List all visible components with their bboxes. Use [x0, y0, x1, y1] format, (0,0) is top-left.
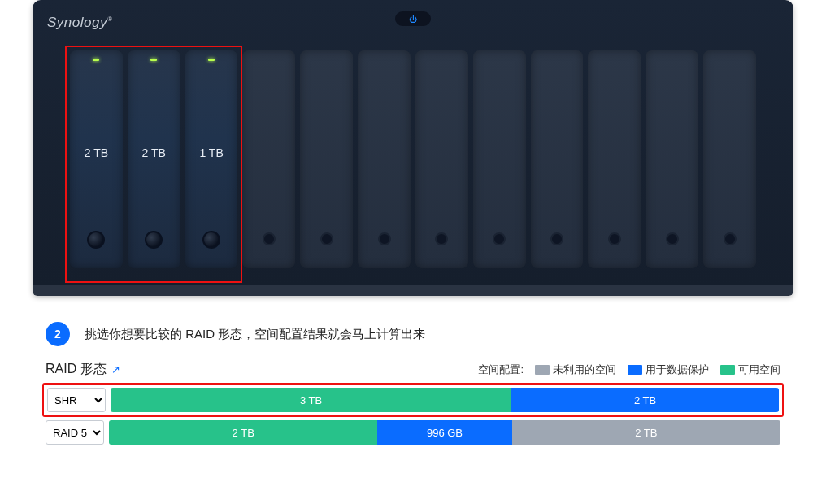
legend-text-unused: 未利用的空间 — [553, 363, 616, 377]
power-icon: ⏻ — [409, 15, 417, 24]
legend-text-protect: 用于数据保护 — [646, 363, 709, 377]
drive-bay-9[interactable] — [531, 50, 584, 268]
drive-bay-7[interactable] — [415, 50, 468, 268]
raid-type-select[interactable]: SHR — [47, 388, 106, 412]
drive-bay-3[interactable]: 1 TB — [185, 50, 238, 268]
capacity-bar: 3 TB2 TB — [111, 388, 779, 412]
drive-capacity-label: 2 TB — [142, 146, 166, 159]
drive-lock-knob-icon — [87, 231, 105, 249]
drive-capacity-label: 1 TB — [199, 146, 223, 159]
drive-bay-5[interactable] — [300, 50, 353, 268]
step-description: 挑选你想要比较的 RAID 形态，空间配置结果就会马上计算出来 — [85, 327, 425, 342]
segment-unused: 2 TB — [512, 420, 780, 445]
drive-bay-12[interactable] — [703, 50, 756, 268]
drive-bay-1[interactable]: 2 TB — [70, 50, 123, 268]
drive-bay-8[interactable] — [473, 50, 526, 268]
legend-swatch-avail — [720, 365, 735, 375]
drive-led-icon — [150, 59, 157, 61]
raid-rows: SHR3 TB2 TBRAID 52 TB996 GB2 TB — [46, 386, 780, 445]
drive-bay-11[interactable] — [646, 50, 698, 268]
drive-bays: 2 TB2 TB1 TB — [70, 50, 756, 268]
legend-text-avail: 可用空间 — [738, 363, 780, 377]
empty-bay-knob-icon — [724, 232, 737, 245]
empty-bay-knob-icon — [435, 232, 448, 245]
drive-bay-2[interactable]: 2 TB — [128, 50, 180, 268]
drive-lock-knob-icon — [145, 231, 163, 249]
drive-led-icon — [93, 59, 99, 61]
raid-type-select[interactable]: RAID 5 — [46, 420, 104, 445]
empty-bay-knob-icon — [550, 232, 563, 245]
segment-protect: 2 TB — [511, 388, 779, 412]
drive-lock-knob-icon — [202, 231, 220, 249]
empty-bay-knob-icon — [666, 232, 679, 245]
drive-bay-6[interactable] — [358, 50, 411, 268]
raid-row-raid5: RAID 52 TB996 GB2 TB — [46, 420, 780, 445]
empty-bay-knob-icon — [493, 232, 506, 245]
empty-bay-knob-icon — [608, 232, 621, 245]
power-button[interactable]: ⏻ — [395, 11, 431, 26]
capacity-bar: 2 TB996 GB2 TB — [109, 420, 780, 445]
drive-led-icon — [208, 59, 215, 61]
brand-logo: Synology® — [47, 15, 112, 31]
raid-row-shr: SHR3 TB2 TB — [42, 383, 784, 417]
segment-avail: 2 TB — [109, 420, 377, 445]
segment-avail: 3 TB — [111, 388, 511, 412]
empty-bay-knob-icon — [263, 232, 276, 245]
raid-type-heading: RAID 形态 ↗ — [46, 361, 120, 378]
segment-protect: 996 GB — [377, 420, 511, 445]
legend-swatch-unused — [535, 365, 550, 375]
nas-chassis: Synology® ⏻ 2 TB2 TB1 TB — [33, 0, 793, 296]
legend-label: 空间配置: — [478, 363, 524, 377]
legend-swatch-protect — [628, 365, 642, 375]
empty-bay-knob-icon — [320, 232, 333, 245]
space-legend: 空间配置: 未利用的空间 用于数据保护 可用空间 — [478, 363, 780, 377]
drive-bay-4[interactable] — [242, 50, 295, 268]
external-link-icon[interactable]: ↗ — [111, 363, 120, 376]
drive-bay-10[interactable] — [588, 50, 641, 268]
step-number-badge: 2 — [46, 322, 70, 346]
empty-bay-knob-icon — [378, 232, 391, 245]
step-2: 2 挑选你想要比较的 RAID 形态，空间配置结果就会马上计算出来 — [0, 296, 826, 361]
drive-capacity-label: 2 TB — [85, 146, 108, 159]
